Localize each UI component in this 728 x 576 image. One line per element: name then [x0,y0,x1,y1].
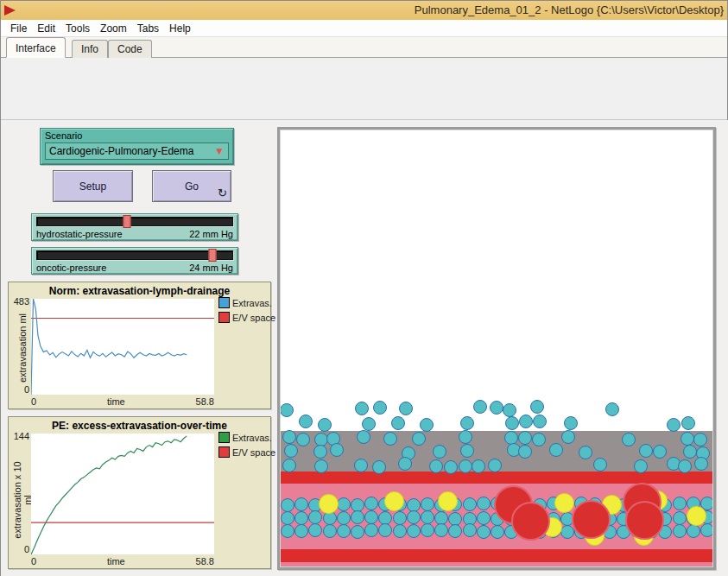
tab-info[interactable]: Info [72,40,108,58]
water-molecule [491,525,504,539]
water-molecule [355,402,369,415]
menu-item-zoom[interactable]: Zoom [95,21,132,36]
water-molecule [378,523,392,537]
plot-excess-extravasation: PE: excess-extravasation-over-time 144 e… [8,416,271,569]
x-axis-max: 58.8 [196,396,214,407]
tab-interface[interactable]: Interface [6,37,66,58]
water-molecule [383,432,397,446]
red-blood-cell [572,500,611,539]
water-molecule [673,497,687,510]
chooser-label: Scenario [45,130,229,141]
forever-icon: ↻ [218,187,227,199]
toolbar: ✎ Edit Delete + Add abc Button ▼ normal … [1,58,727,120]
go-button[interactable]: Go ↻ [152,170,231,202]
x-axis-label: time [107,396,125,407]
menu-bar: FileEditToolsZoomTabsHelp [1,20,727,37]
albumin-molecule [319,494,339,514]
legend-item: E/V space [218,446,275,458]
plot-lines [31,434,214,554]
menu-item-file[interactable]: File [5,21,32,36]
menu-item-edit[interactable]: Edit [32,21,60,36]
slider-name: oncotic-pressure [36,263,106,273]
plot-area [31,299,214,395]
series-extravas- [31,436,187,554]
water-molecule [434,523,448,537]
netlogo-app-icon [4,5,16,16]
simulation-view [281,130,712,567]
water-molecule [673,524,687,538]
scenario-chooser[interactable]: Scenario Cardiogenic-Pulmonary-Edema ▼ [40,128,234,165]
legend-item: E/V space [218,312,275,323]
tab-code[interactable]: Code [108,40,152,58]
water-molecule [519,415,533,428]
plot-lines [31,299,214,395]
water-molecule [373,401,387,415]
water-molecule [314,459,328,473]
water-molecule [421,510,434,524]
water-molecule [364,510,378,524]
chooser-value: Cardiogenic-Pulmonary-Edema [49,145,214,157]
x-axis-min: 0 [31,556,36,567]
oncotic-pressure-slider[interactable]: oncotic-pressure 24 mm Hg [31,247,238,275]
plot-area [31,434,214,554]
title-bar: Pulmonary_Edema_01_2 - NetLogo {C:\Users… [1,1,727,20]
plot-extravasation-lymph-drainage: Norm: extravasation-lymph-drainage 483 e… [8,282,271,409]
water-molecule [472,459,485,473]
water-molecule [694,457,708,471]
albumin-molecule [438,491,458,511]
menu-item-help[interactable]: Help [164,21,196,36]
chooser-select[interactable]: Cardiogenic-Pulmonary-Edema ▼ [45,142,229,160]
water-molecule [407,498,421,512]
water-molecule [318,418,332,432]
water-molecule [673,511,687,525]
water-molecule [337,497,351,511]
chooser-arrow-icon: ▼ [214,145,225,157]
water-molecule [391,416,405,430]
water-molecule [284,444,298,458]
water-molecule [681,416,695,430]
water-molecule [294,511,308,525]
y-axis-label: extravasation ml [17,305,28,391]
water-molecule [681,432,694,446]
water-molecule [463,523,477,537]
water-molecule [477,497,491,510]
world-view [277,127,716,570]
water-molecule [687,524,700,538]
water-molecule [282,430,296,444]
water-molecule [490,401,503,415]
slider-handle[interactable] [123,215,130,228]
water-molecule [399,402,413,415]
y-axis-label: extravasation x 10 ml [12,457,33,543]
water-molecule [448,524,462,538]
menu-item-tools[interactable]: Tools [60,21,95,36]
capillary-wall-bottom [281,549,712,562]
tab-bar: Interface Info Code [1,37,727,58]
setup-button[interactable]: Setup [53,170,133,202]
water-molecule [503,403,516,417]
water-molecule [477,525,491,539]
water-molecule [296,433,310,446]
water-molecule [421,497,434,511]
water-molecule [398,457,412,471]
menu-item-tabs[interactable]: Tabs [132,21,164,36]
slider-handle[interactable] [209,249,217,262]
water-molecule [473,400,487,414]
water-molecule [605,402,619,416]
water-molecule [362,417,376,431]
water-molecule [505,416,519,430]
water-molecule [488,459,502,472]
x-axis-min: 0 [31,396,36,407]
plot-legend: Extravas. E/V space [218,297,275,326]
capillary-wall-top [281,472,712,484]
water-molecule [693,433,707,446]
albumin-molecule [554,493,574,513]
water-molecule [593,458,607,472]
interface-canvas: Scenario Cardiogenic-Pulmonary-Edema ▼ S… [1,120,728,576]
water-molecule [420,418,434,432]
water-molecule [407,524,421,538]
water-molecule [393,511,407,525]
y-axis-max: 144 [9,431,29,441]
hydrostatic-pressure-slider[interactable]: hydrostatic-pressure 22 mm Hg [31,213,238,241]
y-axis-min: 0 [10,544,29,554]
slider-value: 22 mm Hg [189,229,233,239]
